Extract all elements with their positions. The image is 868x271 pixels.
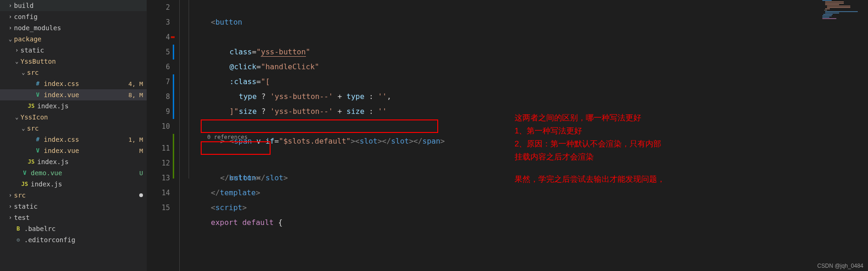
- codelens-references[interactable]: 0 references: [207, 134, 248, 141]
- line-number: 2: [147, 0, 170, 15]
- file-explorer[interactable]: ›build›config›node_modules⌄package›stati…: [0, 0, 147, 271]
- folder-item[interactable]: ›node_modules: [0, 22, 147, 33]
- line-number-gutter: 23456789101112131415: [147, 0, 179, 271]
- code-line[interactable]: <button: [179, 0, 821, 15]
- tree-item-label: index.js: [31, 180, 143, 188]
- tree-item-label: test: [14, 214, 143, 221]
- code-line[interactable]: >: [179, 104, 821, 119]
- chevron-icon[interactable]: ⌄: [13, 58, 20, 65]
- chevron-icon[interactable]: ›: [7, 13, 14, 20]
- tree-item-label: index.vue: [44, 91, 127, 99]
- tree-item-label: index.css: [44, 136, 127, 143]
- folder-item[interactable]: ›test: [0, 212, 147, 223]
- tree-item-label: index.css: [44, 80, 127, 87]
- watermark: CSDN @jqh_0484: [817, 263, 863, 269]
- folder-item[interactable]: ›src: [0, 190, 147, 201]
- code-content[interactable]: <button class="yss-button" @click="handl…: [179, 0, 821, 271]
- folder-item[interactable]: ›static: [0, 201, 147, 212]
- file-item[interactable]: ⚙.editorconfig: [0, 234, 147, 245]
- file-item[interactable]: Vindex.vue8, M: [0, 89, 147, 100]
- tree-item-label: package: [14, 35, 143, 43]
- file-item[interactable]: JSindex.js: [0, 178, 147, 190]
- file-item[interactable]: JSindex.js: [0, 100, 147, 112]
- tree-item-label: src: [14, 192, 139, 199]
- line-number: 10: [147, 119, 170, 134]
- tree-item-label: .editorconfig: [24, 236, 143, 244]
- chevron-icon[interactable]: ›: [7, 214, 14, 221]
- file-item[interactable]: JSindex.js: [0, 156, 147, 167]
- annotation-text: 这两者之间的区别，哪一种写法更好 1、第一种写法更好 2、原因：第一种默认不会渲…: [515, 112, 719, 186]
- vue-icon: V: [34, 92, 42, 98]
- line-number: 6: [147, 59, 170, 74]
- chevron-icon[interactable]: ⌄: [20, 69, 27, 76]
- code-line[interactable]: <span v-if="$slots.default"><slot></slot…: [179, 119, 821, 134]
- js-icon: JS: [20, 181, 29, 187]
- code-line[interactable]: </button>: [179, 156, 821, 171]
- tree-item-label: src: [27, 69, 143, 76]
- folder-item[interactable]: ⌄package: [0, 33, 147, 45]
- tree-item-label: config: [14, 13, 143, 20]
- file-item[interactable]: Vindex.vueM: [0, 145, 147, 156]
- change-marker: [173, 45, 174, 59]
- code-line[interactable]: size ? 'yss-button--' + size : '': [179, 74, 821, 89]
- folder-item[interactable]: ⌄YssIcon: [0, 112, 147, 123]
- code-editor[interactable]: 23456789101112131415 <button class="yss-…: [147, 0, 868, 271]
- tree-item-label: YssButton: [20, 58, 143, 65]
- change-marker: [173, 74, 174, 89]
- code-line[interactable]: export default {: [179, 200, 821, 215]
- file-item[interactable]: #index.css4, M: [0, 78, 147, 89]
- chevron-icon[interactable]: ›: [7, 192, 14, 198]
- code-line[interactable]: </template>: [179, 171, 821, 185]
- line-number: 4: [147, 30, 170, 45]
- highlight-box-1: [201, 119, 438, 133]
- code-line[interactable]: ]": [179, 89, 821, 104]
- git-status-badge: U: [137, 170, 143, 177]
- css-icon: #: [34, 80, 42, 87]
- folder-item[interactable]: ⌄YssButton: [0, 56, 147, 67]
- chevron-icon[interactable]: ⌄: [20, 125, 27, 132]
- folder-item[interactable]: ›static: [0, 45, 147, 56]
- chevron-icon[interactable]: ⌄: [7, 36, 14, 42]
- vue-icon: V: [34, 147, 42, 154]
- git-status-badge: 8, M: [127, 92, 143, 99]
- tree-item-label: .babelrc: [24, 225, 143, 232]
- folder-item[interactable]: ›build: [0, 0, 147, 11]
- code-line[interactable]: type ? 'yss-button--' + type : '',: [179, 59, 821, 74]
- folder-item[interactable]: ⌄src: [0, 67, 147, 78]
- highlight-box-2: [201, 141, 271, 155]
- file-item[interactable]: #index.css1, M: [0, 134, 147, 145]
- code-line[interactable]: class="yss-button": [179, 15, 821, 30]
- chevron-icon[interactable]: ›: [7, 2, 14, 9]
- tree-item-label: index.js: [37, 158, 143, 165]
- code-line[interactable]: 0 references <slot></slot>: [179, 141, 821, 156]
- chevron-icon[interactable]: ›: [7, 25, 14, 31]
- chevron-icon[interactable]: ›: [13, 47, 20, 53]
- git-status-badge: 1, M: [127, 136, 143, 143]
- minimap[interactable]: [821, 0, 868, 271]
- line-number: 15: [147, 200, 170, 215]
- git-status-badge: M: [137, 147, 143, 154]
- code-line[interactable]: <script>: [179, 185, 821, 200]
- file-item[interactable]: Vdemo.vueU: [0, 167, 147, 178]
- chevron-icon[interactable]: ⌄: [13, 114, 20, 120]
- git-status-badge: 4, M: [127, 80, 143, 87]
- folder-item[interactable]: ⌄src: [0, 123, 147, 134]
- chevron-icon[interactable]: ›: [7, 203, 14, 210]
- css-icon: #: [34, 136, 42, 143]
- tree-item-label: static: [14, 203, 143, 210]
- change-marker: [173, 89, 174, 104]
- line-number: 7: [147, 74, 170, 89]
- line-number: 9: [147, 104, 170, 119]
- file-item[interactable]: B.babelrc: [0, 223, 147, 234]
- change-marker: [173, 104, 174, 119]
- code-line[interactable]: :class="[: [179, 45, 821, 59]
- tree-item-label: node_modules: [14, 24, 143, 32]
- folder-item[interactable]: ›config: [0, 11, 147, 22]
- tree-item-label: demo.vue: [31, 169, 137, 177]
- line-number: 8: [147, 89, 170, 104]
- change-marker: [171, 36, 175, 38]
- code-line[interactable]: @click="handleClick": [179, 30, 821, 45]
- tree-item-label: index.vue: [44, 147, 137, 154]
- js-icon: JS: [27, 159, 35, 165]
- config-icon: ⚙: [14, 237, 22, 243]
